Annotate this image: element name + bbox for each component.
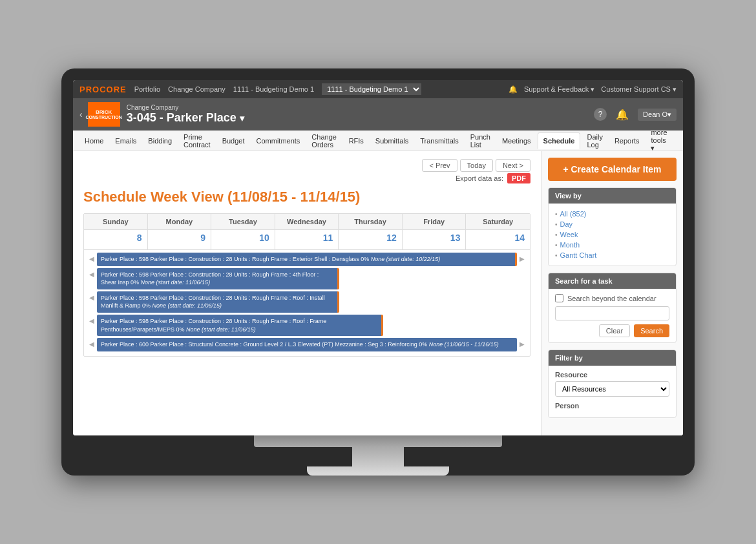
create-calendar-item-button[interactable]: + Create Calendar Item: [548, 158, 677, 181]
user-menu-button[interactable]: Dean O▾: [638, 109, 677, 121]
nav-transmittals[interactable]: Transmittals: [415, 133, 464, 149]
top-bar-right: 🔔 Support & Feedback ▾ Customer Support …: [509, 85, 677, 94]
portfolio-link[interactable]: Portfolio: [134, 85, 160, 93]
day-wednesday: Wednesday: [275, 214, 339, 229]
schedule-title: Schedule Week View (11/08/15 - 11/14/15): [83, 189, 530, 205]
export-label: Export data as:: [456, 174, 503, 182]
nav-schedule[interactable]: Schedule: [538, 132, 581, 149]
export-row: Export data as: PDF: [83, 173, 530, 183]
project-name: 3-045 - Parker Place ▾: [127, 111, 244, 125]
top-bar-nav: Portfolio Change Company 1111 - Budgetin…: [134, 83, 421, 95]
view-by-header: View by: [549, 188, 676, 204]
event-bar-2[interactable]: Parker Place : 598 Parker Place : Constr…: [97, 268, 339, 289]
resource-select[interactable]: All Resources: [555, 381, 669, 397]
view-by-list: All (852) Day Week Month Gantt Chart: [555, 209, 669, 260]
event-nav-right-5[interactable]: ▶: [517, 339, 527, 349]
day-saturday: Saturday: [466, 214, 530, 229]
event-nav-right-1[interactable]: ▶: [517, 254, 527, 264]
event-row-5: ◀ Parker Place : 600 Parker Place : Stru…: [87, 338, 527, 351]
resource-label: Resource: [555, 371, 669, 379]
search-body: Search beyond the calendar Clear Search: [549, 289, 676, 342]
filter-body: Resource All Resources Person: [549, 366, 676, 417]
search-beyond-row: Search beyond the calendar: [555, 294, 669, 302]
nav-reports[interactable]: Reports: [609, 133, 645, 149]
nav-bidding[interactable]: Bidding: [143, 133, 177, 149]
collapse-button[interactable]: ‹: [79, 109, 83, 120]
today-button[interactable]: Today: [460, 159, 493, 172]
date-10[interactable]: 10: [211, 230, 275, 249]
change-company-link[interactable]: Change Company: [168, 85, 226, 93]
event-row-1: ◀ Parker Place : 598 Parker Place : Cons…: [87, 253, 527, 266]
nav-submittals[interactable]: Submittals: [370, 133, 414, 149]
calendar-events: ◀ Parker Place : 598 Parker Place : Cons…: [84, 250, 530, 356]
nav-rfis[interactable]: RFIs: [344, 133, 369, 149]
search-button[interactable]: Search: [634, 324, 669, 337]
date-8[interactable]: 8: [84, 230, 148, 249]
project-dropdown: 1111 - Budgeting Demo 1: [233, 85, 314, 93]
top-bar: PROCORE Portfolio Change Company 1111 - …: [73, 80, 683, 98]
view-week[interactable]: Week: [555, 229, 669, 240]
event-nav-left-2[interactable]: ◀: [87, 269, 97, 279]
project-select[interactable]: 1111 - Budgeting Demo 1: [322, 83, 421, 95]
date-12[interactable]: 12: [339, 230, 403, 249]
customer-support-link[interactable]: Customer Support CS ▾: [601, 85, 677, 94]
event-nav-left-5[interactable]: ◀: [87, 339, 97, 349]
company-bar-right: ? 🔔 Dean O▾: [594, 108, 677, 121]
help-icon[interactable]: ?: [594, 108, 607, 121]
content-area: < Prev Today Next > Export data as: PDF …: [73, 151, 683, 435]
day-thursday: Thursday: [339, 214, 403, 229]
next-button[interactable]: Next >: [496, 159, 530, 172]
date-9[interactable]: 9: [148, 230, 212, 249]
event-nav-left-1[interactable]: ◀: [87, 254, 97, 264]
nav-change-orders[interactable]: Change Orders: [306, 129, 342, 152]
date-11[interactable]: 11: [275, 230, 339, 249]
view-by-body: All (852) Day Week Month Gantt Chart: [549, 204, 676, 266]
main-nav: Home Emails Bidding Prime Contract Budge…: [73, 131, 683, 151]
calendar-controls: < Prev Today Next >: [83, 159, 530, 172]
day-sunday: Sunday: [84, 214, 148, 229]
day-friday: Friday: [403, 214, 467, 229]
company-info: Change Company 3-045 - Parker Place ▾: [127, 104, 244, 125]
event-bar-1[interactable]: Parker Place : 598 Parker Place : Constr…: [97, 253, 517, 266]
view-all[interactable]: All (852): [555, 209, 669, 219]
event-bar-4[interactable]: Parker Place : 598 Parker Place : Constr…: [97, 315, 383, 336]
event-nav-left-3[interactable]: ◀: [87, 293, 97, 302]
pdf-button[interactable]: PDF: [507, 173, 530, 183]
nav-emails[interactable]: Emails: [110, 133, 142, 149]
search-beyond-label: Search beyond the calendar: [567, 295, 656, 302]
view-day[interactable]: Day: [555, 219, 669, 229]
event-row-4: ◀ Parker Place : 598 Parker Place : Cons…: [87, 315, 527, 336]
event-row-3: ◀ Parker Place : 598 Parker Place : Cons…: [87, 291, 527, 313]
view-month[interactable]: Month: [555, 240, 669, 250]
day-tuesday: Tuesday: [211, 214, 275, 229]
change-company-label[interactable]: Change Company: [127, 104, 244, 111]
support-link[interactable]: Support & Feedback ▾: [524, 85, 594, 94]
notification-icon[interactable]: 🔔: [616, 109, 629, 121]
search-input[interactable]: [555, 306, 669, 320]
nav-punch-list[interactable]: Punch List: [465, 129, 496, 152]
event-bar-3[interactable]: Parker Place : 598 Parker Place : Constr…: [97, 291, 339, 313]
event-bar-5[interactable]: Parker Place : 600 Parker Place : Struct…: [97, 338, 517, 351]
bell-icon[interactable]: 🔔: [509, 85, 518, 94]
nav-daily-log[interactable]: Daily Log: [582, 129, 607, 152]
date-13[interactable]: 13: [403, 230, 467, 249]
calendar-dates: 8 9 10 11 12 13 14: [84, 230, 530, 250]
prev-button[interactable]: < Prev: [422, 159, 457, 172]
nav-home[interactable]: Home: [79, 133, 109, 149]
view-gantt[interactable]: Gantt Chart: [555, 250, 669, 260]
search-header: Search for a task: [549, 273, 676, 289]
nav-meetings[interactable]: Meetings: [497, 133, 536, 149]
nav-commitments[interactable]: Commitments: [251, 133, 306, 149]
calendar-header: Sunday Monday Tuesday Wednesday Thursday…: [84, 214, 530, 230]
company-logo: BRICK CONSTRUCTION: [88, 102, 120, 127]
search-beyond-checkbox[interactable]: [555, 294, 563, 302]
date-14[interactable]: 14: [466, 230, 530, 249]
event-nav-left-4[interactable]: ◀: [87, 316, 97, 326]
person-label: Person: [555, 402, 669, 410]
nav-prime-contract[interactable]: Prime Contract: [178, 129, 216, 152]
view-by-section: View by All (852) Day Week Month Gantt C…: [548, 187, 677, 266]
calendar-grid: Sunday Monday Tuesday Wednesday Thursday…: [83, 213, 530, 357]
nav-budget[interactable]: Budget: [217, 133, 250, 149]
clear-button[interactable]: Clear: [599, 324, 630, 337]
day-monday: Monday: [148, 214, 212, 229]
